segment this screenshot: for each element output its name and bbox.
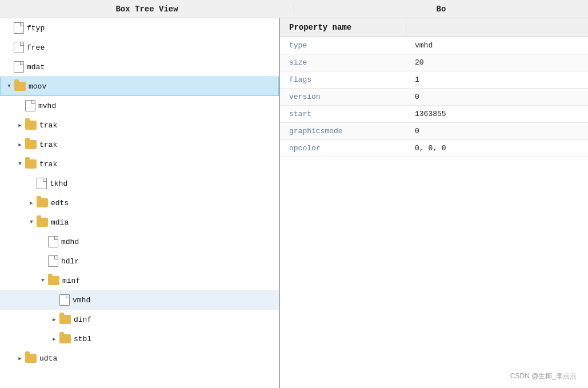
property-row[interactable]: start1363855 bbox=[280, 106, 588, 123]
tree-label-stbl: stbl bbox=[74, 335, 91, 343]
tree-label-trak1: trak bbox=[39, 121, 57, 130]
property-row[interactable]: opcolor0, 0, 0 bbox=[280, 140, 588, 157]
folder-icon-stbl bbox=[59, 334, 71, 343]
tree-label-trak3: trak bbox=[39, 160, 57, 169]
toggle-minf[interactable]: ▼ bbox=[39, 277, 47, 285]
file-icon-tkhd bbox=[37, 178, 47, 189]
toggle-mdat bbox=[5, 63, 13, 71]
property-name: version bbox=[280, 89, 406, 106]
file-icon-mdhd bbox=[48, 236, 58, 247]
tree-label-mvhd: mvhd bbox=[38, 102, 56, 110]
folder-icon-minf bbox=[48, 276, 59, 285]
property-row[interactable]: graphicsmode0 bbox=[280, 123, 588, 140]
property-table: Property name typevmhdsize20flags1versio… bbox=[280, 18, 588, 157]
property-panel: Property name typevmhdsize20flags1versio… bbox=[280, 18, 588, 388]
toggle-trak1[interactable]: ▶ bbox=[16, 121, 24, 129]
folder-icon-udta bbox=[25, 354, 37, 363]
property-value-header bbox=[406, 18, 588, 37]
folder-icon-dinf bbox=[59, 315, 71, 324]
tree-item-vmhd[interactable]: vmhd bbox=[0, 290, 279, 310]
property-value: vmhd bbox=[406, 37, 588, 54]
tree-item-free[interactable]: free bbox=[0, 38, 279, 57]
main-content: ftypfreemdat▼moovmvhd▶trak▶trak▼traktkhd… bbox=[0, 18, 588, 388]
file-icon-mdat bbox=[14, 61, 24, 73]
tree-label-mdia: mdia bbox=[51, 218, 69, 227]
file-icon-vmhd bbox=[59, 294, 70, 306]
folder-icon-mdia bbox=[37, 218, 48, 227]
tree-item-mdhd[interactable]: mdhd bbox=[0, 232, 279, 251]
tree-label-moov: moov bbox=[29, 82, 46, 91]
folder-icon-edts bbox=[37, 198, 48, 207]
tree-item-stbl[interactable]: ▶stbl bbox=[0, 329, 279, 349]
folder-icon-trak3 bbox=[25, 159, 37, 169]
property-row[interactable]: size20 bbox=[280, 54, 588, 71]
folder-icon-trak2 bbox=[25, 140, 37, 149]
property-value: 20 bbox=[406, 54, 588, 71]
property-name: opcolor bbox=[280, 140, 406, 157]
property-row[interactable]: version0 bbox=[280, 89, 588, 106]
tree-label-ftyp: ftyp bbox=[27, 24, 45, 33]
property-value: 0, 0, 0 bbox=[406, 140, 588, 157]
property-name: start bbox=[280, 106, 406, 123]
toggle-udta[interactable]: ▶ bbox=[16, 354, 24, 362]
tree-label-hdlr: hdlr bbox=[61, 257, 79, 266]
toggle-mvhd bbox=[16, 102, 24, 110]
tree-label-udta: udta bbox=[39, 354, 57, 363]
tree-label-tkhd: tkhd bbox=[50, 179, 67, 188]
tree-label-dinf: dinf bbox=[74, 315, 91, 324]
toggle-tkhd bbox=[27, 179, 35, 187]
toggle-dinf[interactable]: ▶ bbox=[50, 315, 58, 323]
tree-label-mdhd: mdhd bbox=[61, 238, 79, 246]
toggle-trak3[interactable]: ▼ bbox=[16, 160, 24, 168]
toggle-mdhd bbox=[39, 238, 47, 246]
tree-item-edts[interactable]: ▶edts bbox=[0, 193, 279, 213]
property-row[interactable]: typevmhd bbox=[280, 37, 588, 54]
tree-item-mdia[interactable]: ▼mdia bbox=[0, 213, 279, 232]
tree-panel: ftypfreemdat▼moovmvhd▶trak▶trak▼traktkhd… bbox=[0, 18, 280, 388]
property-value: 1363855 bbox=[406, 106, 588, 123]
tree-item-mdat[interactable]: mdat bbox=[0, 57, 279, 77]
property-name-header: Property name bbox=[280, 18, 406, 37]
property-value: 0 bbox=[406, 89, 588, 106]
toggle-moov[interactable]: ▼ bbox=[5, 82, 13, 90]
tree-item-minf[interactable]: ▼minf bbox=[0, 271, 279, 290]
left-panel-title: Box Tree View bbox=[0, 5, 294, 14]
tree-item-ftyp[interactable]: ftyp bbox=[0, 18, 279, 38]
toggle-hdlr bbox=[39, 257, 47, 265]
folder-icon-trak1 bbox=[25, 121, 37, 130]
tree-label-minf: minf bbox=[62, 277, 80, 285]
property-name: type bbox=[280, 37, 406, 54]
property-row[interactable]: flags1 bbox=[280, 71, 588, 89]
tree-item-mvhd[interactable]: mvhd bbox=[0, 96, 279, 115]
file-icon-hdlr bbox=[48, 255, 58, 267]
property-name: graphicsmode bbox=[280, 123, 406, 140]
property-name: flags bbox=[280, 71, 406, 89]
tree-item-trak2[interactable]: ▶trak bbox=[0, 135, 279, 154]
tree-label-trak2: trak bbox=[39, 141, 57, 149]
file-icon-ftyp bbox=[14, 22, 24, 34]
file-icon-free bbox=[14, 42, 24, 53]
tree-label-mdat: mdat bbox=[27, 63, 45, 71]
toggle-stbl[interactable]: ▶ bbox=[50, 335, 58, 343]
toggle-vmhd bbox=[50, 296, 58, 304]
property-name: size bbox=[280, 54, 406, 71]
tree-item-trak1[interactable]: ▶trak bbox=[0, 115, 279, 135]
toggle-edts[interactable]: ▶ bbox=[27, 199, 35, 207]
tree-item-trak3[interactable]: ▼trak bbox=[0, 154, 279, 174]
right-panel-title: Bo bbox=[294, 5, 588, 14]
tree-item-udta[interactable]: ▶udta bbox=[0, 349, 279, 368]
tree-item-moov[interactable]: ▼moov bbox=[0, 77, 279, 96]
folder-icon-moov bbox=[14, 82, 26, 91]
watermark: CSDN @生椰_李点点 bbox=[510, 371, 577, 381]
toggle-mdia[interactable]: ▼ bbox=[27, 218, 35, 226]
tree-item-dinf[interactable]: ▶dinf bbox=[0, 310, 279, 329]
tree-label-edts: edts bbox=[51, 199, 69, 207]
toggle-free bbox=[5, 43, 13, 51]
property-value: 0 bbox=[406, 123, 588, 140]
toggle-trak2[interactable]: ▶ bbox=[16, 141, 24, 149]
tree-item-tkhd[interactable]: tkhd bbox=[0, 174, 279, 193]
tree-item-hdlr[interactable]: hdlr bbox=[0, 251, 279, 271]
tree-label-vmhd: vmhd bbox=[73, 296, 90, 305]
tree-label-free: free bbox=[27, 43, 45, 52]
toggle-ftyp bbox=[5, 24, 13, 32]
